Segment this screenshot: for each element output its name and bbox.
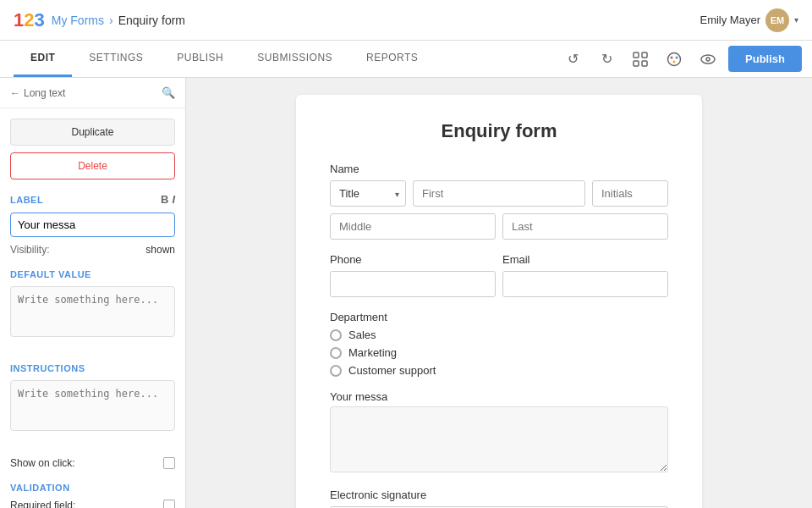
form-card: Enquiry form Name Title Mr Ms Dr ▾: [296, 95, 702, 508]
undo-button[interactable]: ↺: [559, 46, 586, 73]
tab-reports[interactable]: REPORTS: [349, 41, 435, 77]
title-select-wrapper: Title Mr Ms Dr ▾: [330, 180, 406, 207]
palette-icon[interactable]: [661, 46, 688, 73]
last-name-input[interactable]: [502, 213, 668, 240]
default-value-input[interactable]: [10, 286, 175, 337]
name-row-1: Title Mr Ms Dr ▾: [330, 180, 668, 207]
name-label: Name: [330, 163, 668, 175]
esig-label: Electronic signature: [330, 489, 668, 501]
department-field-group: Department Sales Marketing Customer supp…: [330, 311, 668, 377]
phone-email-row: Phone Email: [330, 253, 668, 297]
avatar: EM: [765, 8, 789, 32]
italic-button[interactable]: I: [172, 193, 175, 206]
format-buttons: B I: [161, 193, 175, 206]
department-radio-group: Sales Marketing Customer support: [330, 329, 668, 377]
svg-point-6: [676, 56, 678, 58]
breadcrumb: My Forms › Enquiry form: [52, 14, 185, 27]
default-value-title: DEFAULT VALUE: [10, 269, 91, 279]
top-bar-right: Emily Mayer EM ▾: [700, 8, 798, 32]
tab-submissions[interactable]: SUBMISSIONS: [240, 41, 349, 77]
message-textarea[interactable]: [330, 406, 668, 472]
visibility-row: Visibility: shown: [10, 244, 175, 256]
logo-2: 2: [24, 9, 34, 30]
breadcrumb-current: Enquiry form: [118, 14, 185, 27]
top-bar: 123 My Forms › Enquiry form Emily Mayer …: [0, 0, 812, 41]
publish-button[interactable]: Publish: [728, 46, 802, 72]
email-field-group: Email: [502, 253, 668, 297]
show-on-click-label: Show on click:: [10, 457, 75, 469]
svg-point-8: [701, 55, 715, 64]
grid-icon[interactable]: [627, 46, 654, 73]
validation-title: VALIDATION: [10, 483, 70, 493]
redo-button[interactable]: ↻: [593, 46, 620, 73]
radio-marketing[interactable]: Marketing: [330, 346, 668, 359]
radio-customer-support-label: Customer support: [348, 364, 436, 377]
left-panel-header: ← Long text 🔍: [0, 78, 185, 108]
main: ← Long text 🔍 Duplicate Delete LABEL B I…: [0, 78, 812, 508]
user-name: Emily Mayer: [700, 14, 760, 26]
phone-input[interactable]: [330, 271, 496, 297]
back-label: Long text: [24, 87, 65, 99]
name-field-group: Name Title Mr Ms Dr ▾: [330, 163, 668, 240]
user-info[interactable]: Emily Mayer EM ▾: [700, 8, 798, 32]
required-checkbox[interactable]: [163, 500, 175, 508]
instructions-input[interactable]: [10, 380, 175, 431]
tab-publish[interactable]: PUBLISH: [160, 41, 240, 77]
email-input[interactable]: [502, 271, 668, 297]
instructions-title: INSTRUCTIONS: [10, 363, 85, 373]
svg-point-9: [706, 58, 710, 61]
radio-marketing-label: Marketing: [348, 346, 397, 359]
breadcrumb-home[interactable]: My Forms: [52, 14, 104, 27]
email-label: Email: [502, 253, 668, 266]
back-arrow-icon: ←: [10, 87, 20, 99]
tab-edit[interactable]: EDIT: [14, 41, 72, 77]
validation-header: VALIDATION: [10, 483, 175, 493]
middle-name-input[interactable]: [330, 213, 496, 240]
svg-point-4: [668, 52, 681, 65]
svg-rect-1: [642, 52, 647, 58]
label-section-title: LABEL: [10, 195, 43, 205]
label-input[interactable]: [10, 213, 175, 237]
instructions-header: INSTRUCTIONS: [10, 363, 175, 373]
duplicate-button[interactable]: Duplicate: [10, 119, 175, 146]
message-field-group: Your messa: [330, 390, 668, 475]
top-bar-left: 123 My Forms › Enquiry form: [14, 9, 185, 31]
svg-rect-0: [634, 52, 639, 58]
radio-sales-label: Sales: [348, 329, 376, 341]
initials-input[interactable]: [592, 180, 668, 207]
radio-sales-circle: [330, 329, 342, 341]
radio-marketing-circle: [330, 347, 342, 359]
back-button[interactable]: ← Long text: [10, 87, 65, 99]
phone-label: Phone: [330, 253, 496, 266]
first-name-input[interactable]: [413, 180, 585, 207]
radio-sales[interactable]: Sales: [330, 329, 668, 341]
left-panel-content: Duplicate Delete LABEL B I Visibility: s…: [0, 108, 185, 508]
nav-tabs-left: EDIT SETTINGS PUBLISH SUBMISSIONS REPORT…: [14, 41, 435, 77]
nav-tabs-right: ↺ ↻ Publish: [559, 46, 812, 73]
title-select[interactable]: Title Mr Ms Dr: [330, 180, 406, 207]
name-row-2: [330, 213, 668, 240]
bold-button[interactable]: B: [161, 193, 168, 206]
show-on-click-row: Show on click:: [10, 457, 175, 469]
radio-customer-support-circle: [330, 365, 342, 377]
default-value-section: DEFAULT VALUE: [10, 269, 175, 353]
tab-settings[interactable]: SETTINGS: [72, 41, 160, 77]
breadcrumb-separator: ›: [109, 14, 113, 27]
message-label: Your messa: [330, 390, 668, 403]
label-section-header: LABEL B I: [10, 193, 175, 206]
logo-3: 3: [35, 9, 45, 30]
form-title: Enquiry form: [330, 120, 668, 142]
radio-customer-support[interactable]: Customer support: [330, 364, 668, 377]
right-content: Enquiry form Name Title Mr Ms Dr ▾: [186, 78, 812, 508]
svg-point-7: [673, 60, 676, 63]
preview-icon[interactable]: [694, 46, 721, 73]
required-row: Required field:: [10, 500, 175, 508]
show-on-click-checkbox[interactable]: [163, 457, 175, 469]
nav-tabs: EDIT SETTINGS PUBLISH SUBMISSIONS REPORT…: [0, 41, 812, 78]
default-value-header: DEFAULT VALUE: [10, 269, 175, 279]
visibility-value: shown: [145, 244, 175, 256]
svg-rect-3: [642, 61, 647, 66]
left-panel: ← Long text 🔍 Duplicate Delete LABEL B I…: [0, 78, 186, 508]
delete-button[interactable]: Delete: [10, 152, 175, 179]
search-icon[interactable]: 🔍: [162, 86, 175, 99]
